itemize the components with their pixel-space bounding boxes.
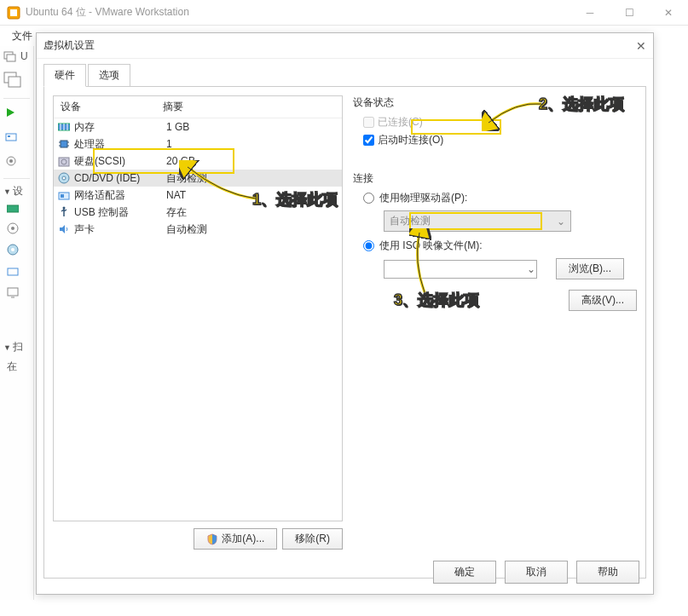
main-window-title: Ubuntu 64 位 - VMware Workstation	[26, 5, 189, 20]
use-physical-radio[interactable]: 使用物理驱动器(P):	[363, 191, 637, 205]
device-row-sound[interactable]: 声卡自动检测	[54, 221, 342, 238]
tab-options[interactable]: 选项	[88, 64, 130, 87]
svg-rect-7	[6, 134, 16, 141]
device-list[interactable]: 设备 摘要 内存1 GB处理器1硬盘(SCSI)20 GBCD/DVD (IDE…	[53, 95, 343, 521]
device-row-hdd[interactable]: 硬盘(SCSI)20 GB	[54, 153, 342, 170]
snapshot-icon	[5, 155, 17, 167]
usb-icon	[57, 205, 71, 219]
device-row-memory[interactable]: 内存1 GB	[54, 118, 342, 135]
left-sidebar: U ▼设 ▼扫 在	[0, 46, 34, 600]
tab-group-icon	[3, 49, 17, 63]
shield-icon	[206, 533, 218, 545]
svg-marker-6	[7, 108, 14, 117]
iso-path-input[interactable]	[384, 260, 537, 279]
device-name: 硬盘(SCSI)	[74, 154, 166, 169]
connect-at-poweron-checkbox[interactable]: 启动时连接(O)	[363, 133, 637, 147]
connection-label: 连接	[353, 171, 637, 186]
svg-rect-16	[8, 268, 18, 275]
device-list-header: 设备 摘要	[54, 96, 342, 118]
vm-group-icon	[3, 70, 22, 89]
device-summary: 1	[166, 138, 338, 150]
svg-point-10	[9, 159, 13, 163]
connect-at-poweron-input[interactable]	[363, 135, 374, 146]
device-name: 处理器	[74, 137, 166, 152]
device-row-net[interactable]: 网络适配器NAT	[54, 187, 342, 204]
svg-rect-17	[8, 288, 18, 296]
cd-small-icon	[7, 244, 19, 256]
section-settings[interactable]: ▼设	[0, 182, 33, 200]
tab-hardware[interactable]: 硬件	[43, 64, 86, 87]
menu-file[interactable]: 文件	[7, 29, 38, 43]
svg-rect-8	[8, 135, 10, 137]
svg-point-15	[11, 248, 14, 251]
device-name: CD/DVD (IDE)	[74, 172, 166, 184]
cd-icon	[57, 171, 71, 185]
device-summary: 自动检测	[166, 222, 338, 237]
main-window-titlebar: Ubuntu 64 位 - VMware Workstation ─ ☐ ✕	[0, 0, 688, 26]
play-icon[interactable]	[5, 107, 15, 118]
remove-device-button[interactable]: 移除(R)	[282, 528, 343, 550]
svg-rect-3	[7, 55, 15, 61]
device-summary: NAT	[166, 189, 338, 201]
connected-checkbox: 已连接(C)	[363, 115, 637, 130]
svg-rect-33	[61, 194, 64, 198]
device-name: USB 控制器	[74, 205, 166, 220]
device-row-usb[interactable]: USB 控制器存在	[54, 204, 342, 221]
chevron-down-icon: ⌄	[557, 216, 565, 227]
device-icon	[5, 130, 17, 142]
hdd-small-icon	[7, 222, 19, 234]
device-row-cpu[interactable]: 处理器1	[54, 135, 342, 153]
cpu-icon	[57, 137, 71, 151]
iso-combo-chevron[interactable]: ⌄	[527, 263, 535, 275]
advanced-button[interactable]: 高级(V)...	[569, 290, 637, 311]
svg-point-34	[63, 207, 66, 210]
svg-rect-23	[61, 141, 67, 147]
svg-rect-11	[7, 205, 19, 212]
hdd-icon	[57, 154, 71, 168]
section-desc: 在	[0, 356, 33, 377]
use-iso-input[interactable]	[363, 240, 374, 251]
use-physical-input[interactable]	[363, 193, 374, 204]
display-small-icon	[7, 286, 19, 298]
svg-rect-5	[9, 77, 20, 87]
minimize-button[interactable]: ─	[570, 0, 610, 26]
device-name: 网络适配器	[74, 188, 166, 203]
close-button[interactable]: ✕	[649, 0, 688, 26]
ok-button[interactable]: 确定	[433, 561, 496, 584]
tab-label[interactable]: U	[20, 50, 28, 62]
device-name: 内存	[74, 120, 166, 135]
cancel-button[interactable]: 取消	[505, 561, 568, 584]
net-small-icon	[7, 265, 19, 277]
memory-small-icon	[7, 204, 19, 213]
device-summary: 存在	[166, 205, 338, 220]
device-summary: 1 GB	[166, 121, 338, 133]
svg-point-31	[62, 176, 66, 180]
app-icon	[7, 6, 20, 20]
device-status-label: 设备状态	[353, 95, 637, 110]
maximize-button[interactable]: ☐	[610, 0, 649, 26]
svg-rect-1	[10, 9, 17, 16]
net-icon	[57, 188, 71, 202]
physical-drive-combo: 自动检测⌄	[384, 210, 571, 232]
connected-input	[363, 117, 374, 128]
device-name: 声卡	[74, 222, 166, 237]
help-button[interactable]: 帮助	[576, 561, 639, 584]
device-row-cd[interactable]: CD/DVD (IDE)自动检测	[54, 170, 342, 187]
col-device: 设备	[61, 100, 163, 114]
section-scan[interactable]: ▼扫	[0, 338, 33, 356]
memory-icon	[57, 120, 71, 134]
svg-point-13	[11, 227, 14, 230]
col-summary: 摘要	[163, 100, 183, 114]
vm-settings-dialog: 虚拟机设置 ✕ 硬件 选项 设备 摘要 内存1 GB处理器1硬盘(SCSI)20…	[36, 32, 654, 595]
add-device-button[interactable]: 添加(A)...	[194, 528, 277, 550]
device-summary: 自动检测	[166, 171, 338, 186]
sound-icon	[57, 222, 71, 236]
dialog-title: 虚拟机设置	[43, 38, 95, 53]
dialog-close-button[interactable]: ✕	[636, 39, 646, 53]
browse-button[interactable]: 浏览(B)...	[556, 258, 624, 279]
device-summary: 20 GB	[166, 155, 338, 167]
use-iso-radio[interactable]: 使用 ISO 映像文件(M):	[363, 239, 637, 253]
